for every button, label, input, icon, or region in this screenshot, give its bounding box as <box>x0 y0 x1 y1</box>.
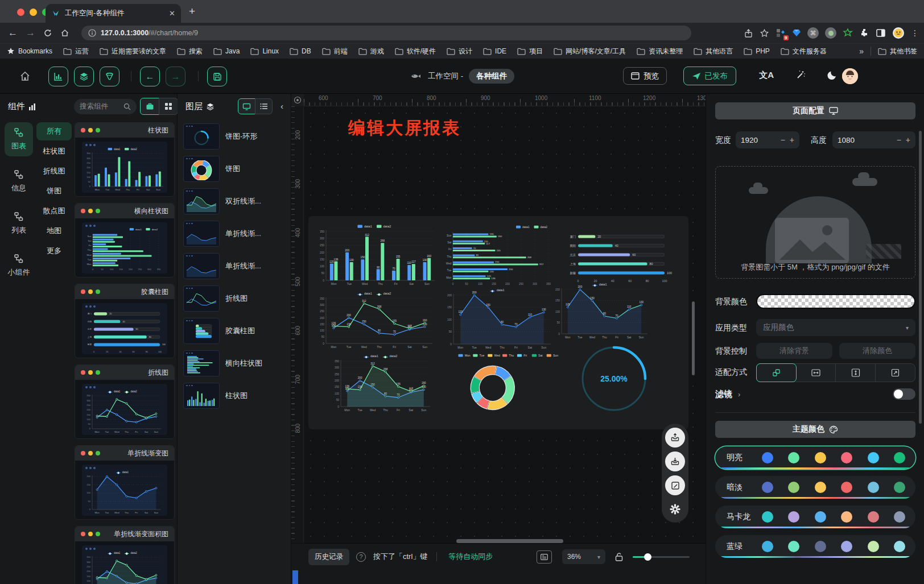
component-type-tab[interactable]: 信息 <box>5 164 33 198</box>
layer-item[interactable]: 胶囊柱图 <box>183 317 288 345</box>
browser-menu-icon[interactable]: ⋮ <box>911 28 919 38</box>
bookmark-item[interactable]: Java <box>213 47 240 55</box>
close-window-button[interactable] <box>17 9 24 16</box>
gem-extension-icon[interactable] <box>792 28 801 38</box>
bookmark-item[interactable]: 资讯未整理 <box>637 47 683 56</box>
redo-button[interactable]: → <box>166 67 185 86</box>
bookmark-item[interactable]: PHP <box>744 47 770 55</box>
settings-button[interactable] <box>665 499 685 519</box>
forward-icon[interactable]: → <box>26 27 35 39</box>
back-icon[interactable]: ← <box>8 27 18 39</box>
bookmark-item[interactable]: 文件服务器 <box>781 47 827 56</box>
clear-background-button[interactable]: 清除背景 <box>756 343 832 359</box>
project-name-pill[interactable]: 各种组件 <box>469 69 514 84</box>
layers-panel-toggle-button[interactable] <box>74 67 94 86</box>
star-extension-icon[interactable] <box>843 28 853 38</box>
dark-mode-moon-icon[interactable] <box>827 70 838 80</box>
language-toggle-icon[interactable]: 文A <box>759 70 774 81</box>
reload-icon[interactable] <box>43 28 52 38</box>
component-card[interactable]: 单折线渐变面积图 data1data2050100150200250300350… <box>75 526 175 584</box>
category-item[interactable]: 饼图 <box>36 182 72 200</box>
layer-item[interactable]: 饼图 <box>183 155 288 183</box>
bookmark-item[interactable]: 其他语言 <box>694 47 733 56</box>
component-type-tab[interactable]: 图表 <box>5 122 33 156</box>
home-icon[interactable] <box>60 28 69 38</box>
search-input[interactable]: 搜索组件 <box>74 99 137 114</box>
category-item[interactable]: 散点图 <box>36 202 72 220</box>
bookmark-item[interactable]: Linux <box>250 47 279 55</box>
category-item[interactable]: 柱状图 <box>36 142 72 160</box>
bookmarks-overflow[interactable]: » <box>859 47 864 56</box>
bookmark-item[interactable]: 前端 <box>322 47 348 56</box>
collapse-panel-icon[interactable]: ‹ <box>280 101 283 111</box>
thumbnail-view-toggle[interactable] <box>238 98 255 114</box>
dual-gradient-line-chart-widget[interactable]: data1data2050100150200250300350MonTueWed… <box>331 353 435 413</box>
bookmark-item[interactable]: 设计 <box>447 47 472 56</box>
component-type-tab[interactable]: 列表 <box>5 206 33 241</box>
import-button[interactable] <box>665 452 685 471</box>
bookmark-item[interactable]: 运营 <box>63 47 89 56</box>
edit-button[interactable] <box>665 475 685 495</box>
profile-avatar-icon[interactable] <box>892 27 905 39</box>
recorder-extension-icon[interactable] <box>825 27 836 39</box>
details-panel-button[interactable] <box>537 550 552 564</box>
pie-chart-widget[interactable]: MonTueWedThuFriSatSun <box>444 351 576 415</box>
grid-view-toggle[interactable] <box>159 98 178 115</box>
layer-item[interactable]: 单折线渐... <box>183 252 288 280</box>
component-card[interactable]: 柱状图 data1data2050100150200250300350MonTu… <box>75 122 175 197</box>
bg-color-swatch[interactable] <box>756 294 915 309</box>
component-type-tab[interactable]: 小组件 <box>5 248 33 283</box>
bookmarks-manager[interactable]: Bookmarks <box>7 47 52 55</box>
bookmark-item[interactable]: 项目 <box>517 47 543 56</box>
bookmark-item[interactable]: 近期需要读的文章 <box>100 47 166 56</box>
unlock-icon[interactable] <box>614 552 624 562</box>
preview-button[interactable]: 预览 <box>623 67 667 85</box>
command-extension-icon[interactable]: ⌘ <box>807 27 819 39</box>
layer-item[interactable]: 横向柱状图 <box>183 349 288 378</box>
address-bar[interactable]: 127.0.0.1:3000/#/chart/home/9 <box>81 26 691 40</box>
bookmark-item[interactable]: 游戏 <box>358 47 384 56</box>
bookmark-item[interactable]: 搜索 <box>177 47 203 56</box>
fit-stretch-option[interactable] <box>876 364 915 382</box>
share-icon[interactable] <box>744 28 753 38</box>
capsule-chart-widget[interactable]: 厦门20南阳40北京60上海80新疆100020406080100 <box>563 227 679 285</box>
tab-close-icon[interactable]: ✕ <box>169 9 175 18</box>
site-info-icon[interactable] <box>88 29 96 37</box>
zoom-select[interactable]: 36% ▾ <box>562 549 605 564</box>
publish-button[interactable]: 已发布 <box>683 67 737 85</box>
minimize-window-button[interactable] <box>30 9 37 16</box>
bookmark-item[interactable]: DB <box>290 47 311 55</box>
user-avatar[interactable] <box>842 68 858 84</box>
new-tab-button[interactable]: + <box>189 5 195 18</box>
horizontal-scrollbar[interactable] <box>456 539 563 543</box>
line-chart-widget[interactable]: data1data2050100150200250300350MonTueWed… <box>316 290 437 350</box>
gradient-line-chart-widget[interactable]: data1050100150200MonTueWedThuFriSatSun12… <box>552 281 652 340</box>
bookmark-item[interactable]: 软件/硬件 <box>395 47 436 56</box>
component-card[interactable]: 折线图 data1data2050100150200250300350MonTu… <box>75 365 175 439</box>
fit-width-option[interactable] <box>796 364 836 382</box>
component-card[interactable]: 胶囊柱图 厦门20南阳40北京60上海80新疆100020406080100 <box>75 284 175 358</box>
export-button[interactable] <box>665 428 685 448</box>
category-item[interactable]: 地图 <box>36 222 72 240</box>
design-canvas[interactable]: 600 700 800 900 1000 1100 1200 1300 200 … <box>291 94 706 543</box>
background-upload-dropzone[interactable]: 背景图需小于 5M ，格式为 png/jpg/gif 的文件 <box>715 166 915 279</box>
chevron-right-icon[interactable]: › <box>738 390 740 399</box>
save-button[interactable] <box>207 67 227 86</box>
category-item[interactable]: 更多 <box>36 242 72 260</box>
layer-item[interactable]: 饼图-环形 <box>183 122 288 151</box>
single-view-toggle[interactable] <box>140 98 159 115</box>
increase-icon[interactable]: + <box>906 135 910 144</box>
category-item[interactable]: 所有 <box>36 122 72 140</box>
theme-row[interactable]: 明亮 <box>715 446 915 469</box>
layer-item[interactable]: 双折线渐... <box>183 187 288 216</box>
width-stepper[interactable]: 1920 −+ <box>736 131 799 148</box>
theme-color-header[interactable]: 主题颜色 <box>715 421 915 438</box>
tab-group-extension-icon[interactable]: 9 <box>776 28 786 38</box>
layer-item[interactable]: 折线图 <box>183 284 288 313</box>
category-item[interactable]: 折线图 <box>36 162 72 180</box>
page-config-header[interactable]: 页面配置 <box>715 102 915 119</box>
layer-item[interactable]: 柱状图 <box>183 382 288 410</box>
horizontal-bar-chart-widget[interactable]: data1data2050100150200250300350Sun130160… <box>444 224 555 287</box>
component-card[interactable]: 横向柱状图 data1data2050100150200250300350Sun… <box>75 203 175 277</box>
progress-ring-widget[interactable]: 25.00% <box>577 344 651 413</box>
